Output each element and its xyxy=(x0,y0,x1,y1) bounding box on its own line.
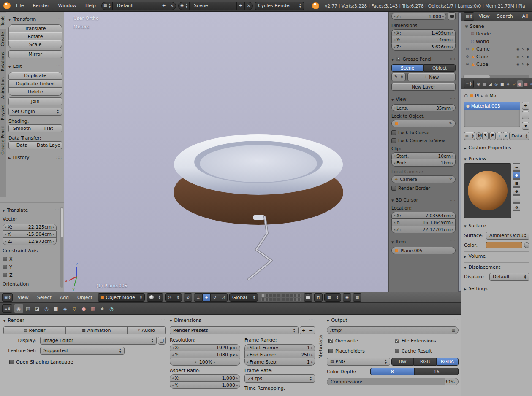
surface-color-swatch[interactable] xyxy=(486,242,522,248)
restrict-render-icon[interactable]: ◆ xyxy=(527,55,529,59)
panel-grip-handle[interactable] xyxy=(55,208,61,213)
breadcrumb-object[interactable]: ■ Pl xyxy=(470,93,479,99)
layer-cell[interactable] xyxy=(269,294,272,297)
plate-object[interactable] xyxy=(174,134,343,225)
wire-object[interactable] xyxy=(249,217,271,279)
scrollbar-thumb[interactable] xyxy=(61,208,63,237)
vector-z-field[interactable]: Z: 12.973cm xyxy=(3,238,57,245)
surface-shader-dropdown[interactable]: Ambient Occlu... xyxy=(486,232,529,240)
file-format-dropdown[interactable]: ▤ PNG xyxy=(327,358,390,366)
preview-flat-button[interactable]: ▬ xyxy=(513,163,520,171)
layer-cell[interactable] xyxy=(282,298,285,301)
transform-panel-header[interactable]: Transform xyxy=(8,15,62,23)
tab-modifiers[interactable]: ◈ xyxy=(61,304,70,313)
tab-physics[interactable]: Physics xyxy=(0,102,6,123)
scale-lock-button[interactable] xyxy=(448,12,456,20)
file-extensions-checkbox[interactable]: File Extensions xyxy=(395,337,459,344)
tab-world[interactable]: ◎ xyxy=(42,304,51,313)
editor-type-button[interactable]: ≡ xyxy=(464,80,474,88)
lock-camera-checkbox[interactable]: Lock Camera to View xyxy=(391,137,456,144)
menu-render[interactable]: Render xyxy=(29,0,52,11)
clip-end-field[interactable]: End: 1km xyxy=(391,159,456,167)
scene-add-button[interactable]: + xyxy=(237,2,245,10)
object-menu[interactable]: Object xyxy=(74,292,96,302)
resolution-x-field[interactable]: X: 1920 px xyxy=(170,344,240,351)
manipulate-center-points-toggle[interactable]: ⊙ xyxy=(184,293,192,302)
add-menu[interactable]: Add xyxy=(57,292,72,302)
tab-material[interactable]: ● xyxy=(517,80,523,87)
render-audio-button[interactable]: ♪ Audio xyxy=(128,326,166,334)
overwrite-checkbox[interactable]: Overwrite xyxy=(328,337,392,344)
volume-panel-header[interactable]: Volume xyxy=(464,251,529,259)
layer-cell[interactable] xyxy=(269,298,272,301)
local-camera-field[interactable]: ◆ Camera × xyxy=(391,175,456,183)
tab-particles[interactable]: ∗ xyxy=(98,304,107,313)
scale-button[interactable]: Scale xyxy=(8,40,62,48)
unlink-material-button[interactable]: × xyxy=(503,132,508,140)
restrict-select-icon[interactable]: ↖ xyxy=(521,55,524,59)
clip-start-field[interactable]: Start: 10cm xyxy=(391,152,456,159)
dimension-y-field[interactable]: Y: 4mm xyxy=(391,36,456,43)
set-origin-dropdown[interactable]: Set Origin xyxy=(8,108,62,116)
preview-world-button[interactable]: ◑ xyxy=(513,203,520,211)
restrict-render-icon[interactable]: ◆ xyxy=(527,62,529,66)
screen-layout-name-field[interactable]: Default xyxy=(113,2,160,10)
restrict-view-icon[interactable]: ◉ xyxy=(516,55,519,59)
breadcrumb-material[interactable]: ● Ma xyxy=(485,93,496,99)
scale-z-field[interactable]: Z: 1.000 xyxy=(391,13,446,20)
animate-property-button[interactable] xyxy=(524,242,529,248)
outliner-view-menu[interactable]: View xyxy=(476,12,492,21)
render-presets-dropdown[interactable]: Render Presets xyxy=(170,326,299,334)
layer-cell[interactable] xyxy=(273,294,276,297)
panel-grip-handle[interactable] xyxy=(453,318,459,323)
layer-cell[interactable] xyxy=(293,294,297,297)
tab-render-layers[interactable]: ▤ xyxy=(24,304,33,313)
transform-orientation-dropdown[interactable]: Global xyxy=(229,293,258,302)
restrict-select-icon[interactable]: ↖ xyxy=(521,47,524,51)
edit-panel-header[interactable]: Edit xyxy=(8,62,62,70)
panel-grip-handle[interactable] xyxy=(450,57,456,61)
rgb-toggle[interactable]: RGB xyxy=(414,358,436,366)
outliner-scrollbar[interactable] xyxy=(463,75,529,78)
select-menu[interactable]: Select xyxy=(34,292,55,302)
tab-world[interactable]: ◎ xyxy=(494,80,499,87)
layer-cell[interactable] xyxy=(286,298,289,301)
editor-type-button[interactable]: ▣ xyxy=(2,293,13,302)
layer-cell[interactable] xyxy=(265,298,269,301)
grease-pencil-checkbox[interactable] xyxy=(396,57,400,61)
scale-manipulator-toggle[interactable]: ◿ xyxy=(219,293,228,302)
preview-hair-button[interactable]: ∼ xyxy=(513,195,520,203)
start-frame-field[interactable]: Start Frame: 1 xyxy=(244,344,315,351)
item-panel-header[interactable]: Item xyxy=(391,237,456,245)
restrict-render-icon[interactable]: ◆ xyxy=(527,47,529,51)
3d-viewport[interactable]: z x y User Ortho Meters (1) Plane.005 Z:… xyxy=(64,12,461,292)
panel-grip-handle[interactable] xyxy=(450,198,456,202)
render-engine-dropdown[interactable]: Cycles Render xyxy=(255,2,304,10)
editor-type-button[interactable]: ▤ xyxy=(464,12,474,21)
tab-particles[interactable]: ∗ xyxy=(529,80,532,87)
screen-layout-browse-button[interactable]: ▦ xyxy=(101,2,113,10)
object-name-field[interactable]: ■ Plane.005 xyxy=(391,247,456,254)
snap-toggle[interactable]: Ω xyxy=(314,293,323,302)
scrollbar-thumb[interactable] xyxy=(459,13,461,291)
compression-slider[interactable]: Compression: 90% xyxy=(327,378,459,385)
cursor-y-field[interactable]: Y: -16.13649cm xyxy=(391,219,456,226)
depth-8-toggle[interactable]: 8 xyxy=(370,368,415,375)
translate-manipulator-toggle[interactable]: + xyxy=(203,293,211,302)
tab-create[interactable]: Create xyxy=(0,29,6,49)
tab-object-data[interactable]: ▽ xyxy=(70,304,79,313)
join-button[interactable]: Join xyxy=(8,97,62,105)
fake-user-button[interactable]: F xyxy=(489,132,496,140)
tab-render[interactable]: ◉ xyxy=(476,80,481,87)
outliner-row-camera[interactable]: ⊕ ◆ Came ◉ ↖ ◆ xyxy=(463,45,530,53)
layer-cell[interactable] xyxy=(273,298,276,301)
panel-grip-handle[interactable] xyxy=(57,65,62,69)
eyedropper-icon[interactable]: ✎ xyxy=(449,122,452,126)
displacement-panel-header[interactable]: Displacement xyxy=(464,262,529,270)
layer-cell[interactable] xyxy=(290,294,293,297)
material-slot-list[interactable]: ● Material.003 xyxy=(464,102,520,127)
tab-animation[interactable]: Animation xyxy=(0,74,6,102)
mirror-button[interactable]: Mirror xyxy=(8,50,62,58)
tab-grease-pencil[interactable]: Grease Pencil xyxy=(0,123,6,158)
tab-render-layers[interactable]: ▤ xyxy=(482,80,487,87)
